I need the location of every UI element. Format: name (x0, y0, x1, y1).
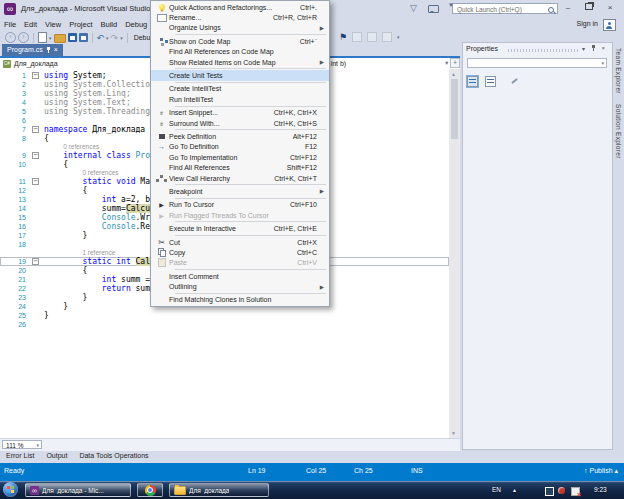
auto-hide-pin-icon[interactable] (592, 45, 595, 52)
tab-close-icon[interactable]: × (54, 44, 58, 56)
project-dropdown[interactable]: Для_доклада (14, 60, 58, 67)
comment-icon[interactable] (352, 32, 362, 42)
menu-build[interactable]: Build (97, 18, 122, 31)
menu-view[interactable]: View (41, 18, 65, 31)
redo-icon[interactable]: ↷ (111, 33, 119, 43)
scroll-down-icon[interactable]: ▼ (451, 430, 456, 436)
editor-vertical-scrollbar[interactable]: + ▲ ▼ (449, 69, 460, 438)
context-menu-item-view-call-hierarchy[interactable]: View Call HierarchyCtrl+K, Ctrl+T (151, 173, 329, 183)
context-menu-item-organize-usings[interactable]: Organize Usings▶ (151, 23, 329, 33)
member-dropdown-arrow-icon[interactable]: ▼ (444, 60, 449, 66)
panel-close-icon[interactable]: × (601, 45, 605, 51)
tool-window-tab-output[interactable]: Output (40, 451, 73, 460)
context-menu-item-copy[interactable]: CopyCtrl+C (151, 247, 329, 257)
menu-edit[interactable]: Edit (20, 18, 41, 31)
collapse-region-icon[interactable]: − (32, 72, 39, 79)
context-menu-item-show-on-code-map[interactable]: Show on Code MapCtrl+` (151, 36, 329, 46)
context-menu-item-go-to-definition[interactable]: Go To DefinitionF12 (151, 142, 329, 152)
context-menu-item-create-intellitest[interactable]: Create IntelliTest (151, 84, 329, 94)
taskbar-item-explorer[interactable]: Для_доклада (169, 483, 269, 497)
code-line-26[interactable]: 26 (0, 320, 449, 329)
toolbar-overflow-icon[interactable]: ▾ (397, 34, 400, 40)
collapse-region-icon[interactable]: − (32, 152, 39, 159)
navigate-back-icon[interactable]: ‹ (5, 32, 16, 43)
tool-window-tab-data-tools-operations[interactable]: Data Tools Operations (73, 451, 154, 460)
pin-icon[interactable] (47, 47, 50, 53)
context-menu-item-peek-definition[interactable]: Peek DefinitionAlt+F12 (151, 131, 329, 141)
quick-launch-input[interactable]: Quick Launch (Ctrl+Q) (452, 3, 558, 14)
undo-icon[interactable]: ↶ (97, 33, 105, 43)
bookmark-flag-icon[interactable]: ⚑ (339, 32, 347, 42)
context-menu-item-find-all-references[interactable]: Find All ReferencesShift+F12 (151, 162, 329, 172)
property-pages-icon[interactable] (510, 77, 519, 86)
editor-zoom-dropdown[interactable]: 111 % (2, 440, 42, 449)
save-icon[interactable] (68, 33, 77, 42)
context-menu-item-cut[interactable]: CutCtrl+X (151, 237, 329, 247)
context-menu-item-find-all-references-on-code-map[interactable]: Find All References on Code Map (151, 47, 329, 57)
minimize-button[interactable]: – (560, 2, 576, 14)
context-menu-item-outlining[interactable]: Outlining▶ (151, 281, 329, 291)
menu-debug[interactable]: Debug (121, 18, 151, 31)
collapse-region-icon[interactable]: − (32, 126, 39, 133)
tray-window-icon[interactable] (545, 487, 554, 496)
menu-item-shortcut: Ctrl+F10 (290, 201, 317, 208)
open-file-icon[interactable] (54, 34, 66, 43)
indent-icon[interactable] (382, 32, 392, 42)
menu-separator (175, 221, 326, 222)
show-hidden-icons-icon[interactable]: ▲ (512, 487, 517, 493)
context-menu-item-run-to-cursor[interactable]: Run To CursorCtrl+F10 (151, 200, 329, 210)
menu-project[interactable]: Project (65, 18, 96, 31)
sign-in-link[interactable]: Sign in (577, 20, 598, 27)
context-menu-item-insert-comment[interactable]: Insert Comment (151, 271, 329, 281)
redo-dropdown-icon[interactable]: ▾ (120, 35, 123, 41)
open-files-dropdown-icon[interactable]: ▼ (448, 2, 454, 8)
code-line-25[interactable]: 25} (0, 311, 449, 320)
new-item-icon[interactable] (38, 32, 47, 43)
feedback-filter-icon[interactable]: ▽ (410, 3, 417, 13)
side-tab-team-explorer[interactable]: Team Explorer (615, 48, 622, 94)
start-button[interactable] (3, 482, 18, 497)
scrollbar-thumb[interactable] (451, 79, 458, 139)
navigate-forward-icon[interactable]: › (18, 32, 29, 43)
context-menu-item-go-to-implementation[interactable]: Go To ImplementationCtrl+F12 (151, 152, 329, 162)
send-feedback-icon[interactable] (428, 5, 439, 13)
tray-action-center-icon[interactable] (571, 487, 580, 496)
tray-app-icon[interactable] (558, 487, 565, 494)
collapse-region-icon[interactable]: − (32, 258, 39, 265)
split-editor-icon[interactable]: + (450, 58, 460, 68)
context-menu-item-insert-snippet[interactable]: Insert Snippet...Ctrl+K, Ctrl+X (151, 108, 329, 118)
taskbar-item-visual-studio[interactable]: ∞ Для_доклада - Mic... (25, 483, 131, 497)
context-menu-item-run-intellitest[interactable]: Run IntelliTest (151, 94, 329, 104)
properties-object-dropdown[interactable] (467, 58, 607, 68)
window-position-dropdown-icon[interactable]: ▾ (582, 45, 585, 52)
context-menu-item-surround-with[interactable]: Surround With...Ctrl+K, Ctrl+S (151, 118, 329, 128)
undo-dropdown-icon[interactable]: ▾ (106, 35, 109, 41)
properties-header[interactable]: Properties ▾ × (466, 45, 609, 56)
categorized-view-icon[interactable] (467, 76, 478, 87)
context-menu-item-breakpoint[interactable]: Breakpoint▶ (151, 186, 329, 196)
uncomment-icon[interactable] (367, 32, 377, 42)
context-menu-item-execute-in-interactive[interactable]: Execute in InteractiveCtrl+E, Ctrl+E (151, 223, 329, 233)
taskbar-item-chrome[interactable] (137, 483, 163, 497)
side-tab-solution-explorer[interactable]: Solution Explorer (615, 104, 622, 159)
context-menu-item-rename[interactable]: Rename...Ctrl+R, Ctrl+R (151, 12, 329, 22)
new-item-dropdown-icon[interactable]: ▾ (49, 35, 52, 41)
context-menu-item-find-matching-clones-in-solution[interactable]: Find Matching Clones in Solution (151, 295, 329, 305)
menu-file[interactable]: File (0, 18, 20, 31)
language-indicator[interactable]: EN (492, 486, 501, 493)
scroll-up-icon[interactable]: ▲ (451, 71, 456, 77)
user-avatar-icon[interactable] (603, 19, 616, 31)
publish-button[interactable]: ↑ Publish ▴ (584, 467, 618, 475)
collapse-region-icon[interactable]: − (32, 178, 39, 185)
alphabetical-view-icon[interactable] (485, 76, 496, 87)
tab-program-cs[interactable]: Program.cs × (2, 44, 63, 56)
context-menu-item-quick-actions-and-refactorings[interactable]: Quick Actions and Refactorings...Ctrl+. (151, 2, 329, 12)
tool-window-tab-error-list[interactable]: Error List (0, 451, 40, 460)
taskbar-clock[interactable]: 9:23 (594, 486, 607, 493)
editor-horizontal-scrollbar[interactable]: 111 % (0, 438, 460, 451)
context-menu-item-show-related-items-on-code-map[interactable]: Show Related Items on Code Map▶ (151, 57, 329, 67)
close-button[interactable]: × (602, 2, 618, 14)
restore-button[interactable] (581, 2, 597, 14)
context-menu-item-create-unit-tests[interactable]: Create Unit Tests (151, 70, 329, 80)
save-all-icon[interactable] (79, 33, 88, 42)
